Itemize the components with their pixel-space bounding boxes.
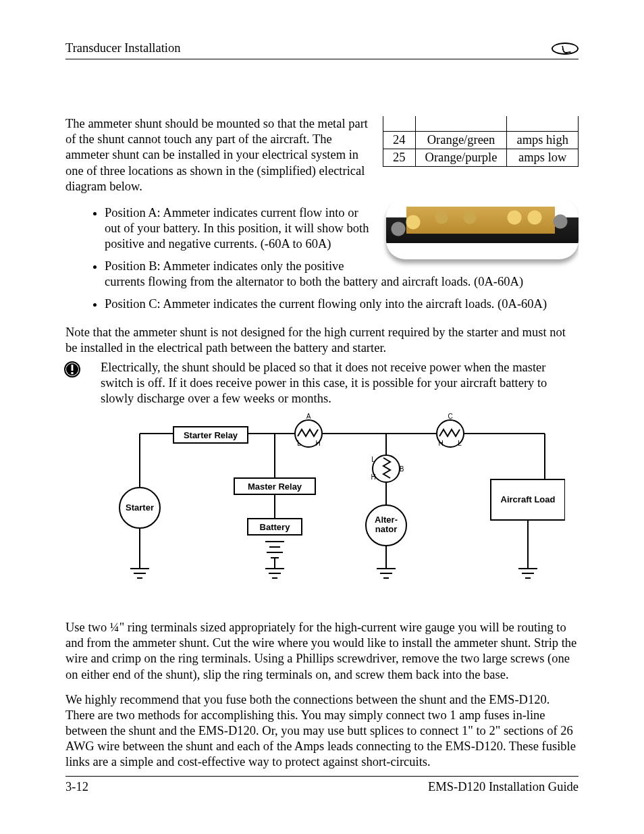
color-cell: Orange/purple (415, 149, 507, 167)
svg-point-3 (71, 371, 74, 374)
page-header: Transducer Installation (65, 41, 579, 59)
label-b: B (400, 465, 404, 473)
electrical-diagram: .bx{fill:#fff;stroke:#000;stroke-width:2… (99, 413, 572, 602)
shunt-photo (386, 199, 579, 259)
color-cell: Orange/green (415, 132, 507, 149)
caution-text: Electrically, the shunt should be placed… (101, 360, 579, 407)
label-starter-relay: Starter Relay (184, 430, 238, 440)
label-battery: Battery (260, 522, 291, 532)
label-aircraft-load: Aircraft Load (501, 494, 556, 504)
label-l: L (297, 440, 301, 447)
table-row: 24 Orange/green amps high (383, 132, 579, 149)
section-title: Transducer Installation (65, 41, 180, 56)
label-h: H (371, 473, 375, 481)
label-c: C (448, 413, 452, 420)
label-alternator: Alter- (375, 515, 398, 525)
label-starter: Starter (126, 502, 154, 513)
label-h: H (315, 440, 320, 447)
wire-color-table: 24 Orange/green amps high 25 Orange/purp… (383, 116, 579, 167)
svg-rect-2 (72, 365, 74, 371)
label-a: A (306, 413, 311, 420)
caution-icon (64, 361, 80, 377)
fuse-paragraph: We highly recommend that you fuse both t… (65, 692, 579, 771)
label-master-relay: Master Relay (248, 481, 302, 492)
page-footer: 3-12 EMS-D120 Installation Guide (65, 776, 579, 795)
positions-block: Position A: Ammeter indicates current fl… (65, 194, 579, 319)
intro-block: 24 Orange/green amps high 25 Orange/purp… (65, 116, 579, 194)
ring-terminals-paragraph: Use two ¼" ring terminals sized appropri… (65, 620, 579, 683)
func-cell: amps high (507, 132, 579, 149)
doc-title: EMS-D120 Installation Guide (428, 779, 579, 795)
pin-cell: 25 (383, 149, 416, 167)
label-h: H (438, 440, 443, 447)
table-row: 25 Orange/purple amps low (383, 149, 579, 167)
func-cell: amps low (507, 149, 579, 167)
pin-cell: 24 (383, 132, 416, 149)
caution-block: Electrically, the shunt should be placed… (65, 360, 579, 407)
label-l: L (458, 440, 462, 447)
brand-logo-icon (552, 43, 579, 55)
svg-text:nator: nator (375, 524, 398, 534)
list-item: Position B: Ammeter indicates only the p… (105, 259, 579, 290)
note-paragraph: Note that the ammeter shunt is not desig… (65, 325, 579, 356)
page-number: 3-12 (65, 779, 88, 795)
label-l: L (371, 456, 375, 463)
list-item: Position C: Ammeter indicates the curren… (105, 296, 579, 312)
